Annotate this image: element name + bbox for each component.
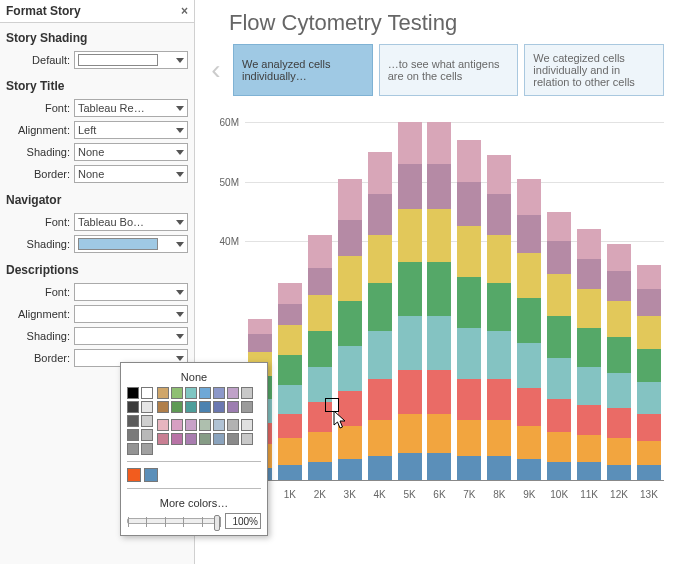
bar-segment: [517, 298, 541, 343]
panel-header: Format Story ×: [0, 0, 194, 23]
color-swatch[interactable]: [227, 387, 239, 399]
color-swatch[interactable]: [127, 415, 139, 427]
x-tick-label: 1K: [278, 489, 302, 500]
color-swatch[interactable]: [171, 433, 183, 445]
color-swatch[interactable]: [127, 429, 139, 441]
nav-prev-icon[interactable]: ‹: [205, 44, 227, 96]
color-swatch[interactable]: [141, 401, 153, 413]
bar-segment: [487, 379, 511, 421]
bar[interactable]: [547, 212, 571, 480]
story-title-alignment-value: Left: [78, 124, 96, 136]
x-tick-label: 6K: [427, 489, 451, 500]
color-swatch[interactable]: [171, 419, 183, 431]
bar[interactable]: [427, 122, 451, 480]
story-point[interactable]: We analyzed cells individually…: [233, 44, 373, 96]
navigator-shading-picker[interactable]: [74, 235, 188, 253]
color-swatch[interactable]: [185, 401, 197, 413]
recent-color-swatch[interactable]: [144, 468, 158, 482]
color-swatch[interactable]: [185, 433, 197, 445]
section-story-title: Story Title: [0, 71, 194, 97]
color-swatch[interactable]: [199, 419, 211, 431]
navigator-font-select[interactable]: Tableau Bo…: [74, 213, 188, 231]
bar-segment: [338, 459, 362, 480]
bar-segment: [517, 343, 541, 388]
bar[interactable]: [487, 155, 511, 480]
bar-segment: [547, 462, 571, 480]
color-swatch[interactable]: [213, 433, 225, 445]
label-shading: Shading:: [6, 238, 74, 250]
bar-segment: [248, 334, 272, 352]
color-swatch[interactable]: [199, 387, 211, 399]
color-swatch[interactable]: [213, 387, 225, 399]
color-swatch[interactable]: [241, 433, 253, 445]
color-swatch[interactable]: [227, 419, 239, 431]
bar[interactable]: [398, 122, 422, 480]
bar-segment: [308, 432, 332, 462]
color-swatch[interactable]: [241, 401, 253, 413]
more-colors-button[interactable]: More colors…: [127, 495, 261, 513]
bar[interactable]: [457, 140, 481, 480]
close-icon[interactable]: ×: [181, 4, 188, 18]
bar-segment: [398, 316, 422, 370]
recent-color-swatch[interactable]: [127, 468, 141, 482]
color-swatch[interactable]: [185, 419, 197, 431]
color-swatch[interactable]: [127, 401, 139, 413]
color-swatch[interactable]: [141, 429, 153, 441]
color-swatch[interactable]: [185, 387, 197, 399]
bar[interactable]: [637, 265, 661, 480]
bar-segment: [308, 268, 332, 295]
bar[interactable]: [607, 244, 631, 480]
color-swatch[interactable]: [157, 433, 169, 445]
color-swatch[interactable]: [199, 433, 211, 445]
separator: [127, 461, 261, 462]
story-title-border-select[interactable]: None: [74, 165, 188, 183]
color-swatch[interactable]: [157, 387, 169, 399]
descriptions-alignment-select[interactable]: [74, 305, 188, 323]
opacity-handle[interactable]: [214, 515, 220, 531]
bar-segment: [547, 399, 571, 432]
bar[interactable]: [338, 179, 362, 480]
color-swatch[interactable]: [241, 419, 253, 431]
color-swatch[interactable]: [141, 415, 153, 427]
color-swatch[interactable]: [141, 443, 153, 455]
bar[interactable]: [577, 229, 601, 480]
bar-segment: [487, 283, 511, 331]
color-none-option[interactable]: None: [127, 369, 261, 387]
color-swatch[interactable]: [171, 401, 183, 413]
story-title-shading-select[interactable]: None: [74, 143, 188, 161]
story-title-alignment-select[interactable]: Left: [74, 121, 188, 139]
color-swatch[interactable]: [213, 419, 225, 431]
bar[interactable]: [278, 283, 302, 480]
bar-segment: [607, 271, 631, 301]
section-story-shading: Story Shading: [0, 23, 194, 49]
bar[interactable]: [368, 152, 392, 480]
color-swatch[interactable]: [227, 433, 239, 445]
bar-segment: [427, 122, 451, 164]
opacity-value[interactable]: 100%: [225, 513, 261, 529]
color-swatch[interactable]: [127, 443, 139, 455]
panel-title: Format Story: [6, 4, 81, 18]
bar-segment: [457, 277, 481, 328]
descriptions-shading-select[interactable]: [74, 327, 188, 345]
color-swatch[interactable]: [171, 387, 183, 399]
story-point[interactable]: …to see what antigens are on the cells: [379, 44, 519, 96]
color-swatch[interactable]: [213, 401, 225, 413]
color-swatch[interactable]: [141, 387, 153, 399]
descriptions-font-select[interactable]: [74, 283, 188, 301]
story-point[interactable]: We categized cells individually and in r…: [524, 44, 664, 96]
bar-segment: [398, 164, 422, 209]
default-shading-picker[interactable]: [74, 51, 188, 69]
bar[interactable]: [308, 235, 332, 480]
story-title-border-value: None: [78, 168, 104, 180]
opacity-slider[interactable]: [127, 518, 221, 524]
color-swatch[interactable]: [127, 387, 139, 399]
bar-segment: [308, 367, 332, 403]
bar[interactable]: [517, 179, 541, 480]
color-swatch[interactable]: [157, 419, 169, 431]
color-swatch[interactable]: [199, 401, 211, 413]
color-swatch[interactable]: [241, 387, 253, 399]
plot-area: [245, 110, 664, 480]
story-title-font-select[interactable]: Tableau Re…: [74, 99, 188, 117]
color-swatch[interactable]: [227, 401, 239, 413]
color-swatch[interactable]: [157, 401, 169, 413]
